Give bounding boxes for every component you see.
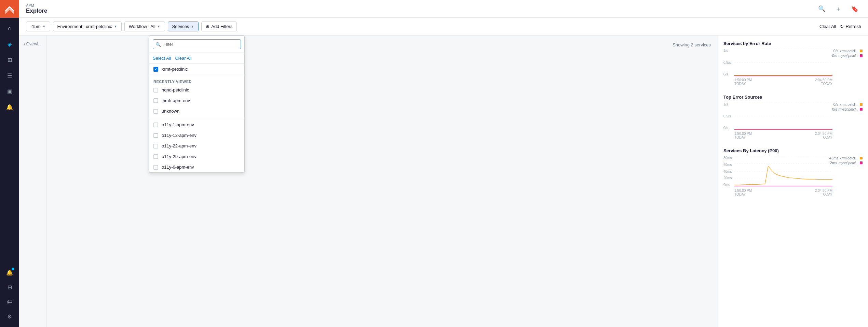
dropdown-filter-input[interactable] <box>153 39 241 49</box>
refresh-label: Refresh <box>845 24 861 29</box>
top-error-y-labels: 1/s 0.5/s 0/s <box>723 102 731 130</box>
sidebar-item-monitors[interactable]: ▣ <box>3 84 16 98</box>
dropdown-item-o11y29[interactable]: o11y-29-apm-env <box>149 151 244 162</box>
back-icon: ‹ <box>24 42 25 46</box>
clear-all-dropdown-button[interactable]: Clear All <box>175 56 191 61</box>
latency-chart-section: Services By Latency (P90) 80ms 60ms 40ms… <box>723 148 863 200</box>
dropdown-item-xrmt-label: xrmt-petclinic <box>162 67 188 72</box>
left-panel: ‹ Overvi... <box>19 35 46 327</box>
error-rate-svg <box>734 49 832 76</box>
breadcrumb: APM Explore <box>26 3 47 14</box>
legend-item-xrmt-te: 0/s xrmt-petcli... <box>825 102 863 106</box>
latency-x-labels: 1:50:00 PMTODAY 2:04:50 PMTODAY <box>734 189 832 196</box>
legend-dot-mysql-te <box>860 108 863 111</box>
latency-chart-wrapper: 80ms 60ms 40ms 20ms 0ms <box>723 156 863 200</box>
sidebar: ⌂ ◈ ⊞ ☰ ▣ 🔔 🔔 ⊟ 🏷 ⚙ <box>0 0 19 327</box>
checkbox-o11y12 <box>153 133 158 138</box>
legend-item-mysql-er: 0/s mysql:petcl... <box>825 54 863 58</box>
page-title: Explore <box>26 8 47 14</box>
dropdown-divider-2 <box>149 118 244 118</box>
error-rate-chart-wrapper: 1/s 0.5/s 0/s 0/s xrmt-pet <box>723 49 863 86</box>
legend-item-xrmt-er: 0/s xrmt-petcli... <box>825 49 863 53</box>
dropdown-item-o11y6-label: o11y-6-apm-env <box>162 165 194 170</box>
dropdown-item-jhmh-label: jhmh-apm-env <box>162 98 190 103</box>
dropdown-actions: Select All Clear All <box>149 53 244 64</box>
sidebar-item-logs[interactable]: ☰ <box>3 69 16 82</box>
latency-y-labels: 80ms 60ms 40ms 20ms 0ms <box>723 156 732 187</box>
error-rate-chart-section: Services by Error Rate 1/s 0.5/s 0/s <box>723 41 863 86</box>
top-error-chart-wrapper: 1/s 0.5/s 0/s 0/s xrmt-pet <box>723 102 863 140</box>
dropdown-item-o11y6[interactable]: o11y-6-apm-env <box>149 162 244 172</box>
dropdown-item-unknown[interactable]: unknown <box>149 106 244 116</box>
environment-filter-arrow: ▼ <box>114 25 117 28</box>
sidebar-item-infrastructure[interactable]: ⊞ <box>3 53 16 67</box>
legend-dot-xrmt-lat <box>860 157 863 159</box>
dropdown-item-o11y12[interactable]: o11y-12-apm-env <box>149 130 244 141</box>
add-filters-button[interactable]: ⊕ Add Filters <box>201 22 237 31</box>
dropdown-item-o11y1[interactable]: o11y-1-apm-env <box>149 119 244 130</box>
splunk-logo[interactable] <box>0 0 19 18</box>
add-button[interactable]: ＋ <box>832 3 844 14</box>
time-filter-arrow: ▼ <box>42 25 46 28</box>
refresh-button[interactable]: ↻ Refresh <box>840 24 861 29</box>
dropdown-item-unknown-label: unknown <box>162 109 179 114</box>
bookmark-button[interactable]: 🔖 <box>848 4 861 14</box>
add-filters-icon: ⊕ <box>206 24 209 29</box>
sidebar-item-apm[interactable]: ◈ <box>3 37 16 51</box>
error-rate-legend: 0/s xrmt-petcli... 0/s mysql:petcl... <box>825 49 863 58</box>
services-filter-label: Services <box>172 24 189 29</box>
overview-label: Overvi... <box>26 42 42 46</box>
top-error-chart-section: Top Error Sources 1/s 0.5/s 0/s <box>723 95 863 140</box>
latency-svg <box>734 156 832 187</box>
legend-dot-xrmt-er <box>860 49 863 52</box>
legend-item-mysql-te: 0/s mysql:petcl... <box>825 107 863 111</box>
dropdown-item-hqnd-label: hqnd-petclinic <box>162 87 189 93</box>
dropdown-item-hqnd[interactable]: hqnd-petclinic <box>149 85 244 95</box>
legend-dot-mysql-er <box>860 54 863 57</box>
clear-all-button[interactable]: Clear All <box>819 24 836 29</box>
dropdown-item-o11y12-label: o11y-12-apm-env <box>162 133 196 138</box>
sidebar-item-notifications[interactable]: 🔔 <box>3 266 16 279</box>
dropdown-item-o11y29-label: o11y-29-apm-env <box>162 154 196 159</box>
environment-filter[interactable]: Environment : xrmt-petclinic ▼ <box>53 22 122 31</box>
checkbox-o11y22 <box>153 144 158 148</box>
add-filters-label: Add Filters <box>211 24 232 29</box>
sidebar-item-dashboards[interactable]: ⊟ <box>3 280 16 294</box>
checkbox-o11y6 <box>153 165 158 170</box>
environment-filter-label: Environment : xrmt-petclinic <box>57 24 112 29</box>
legend-dot-xrmt-te <box>860 103 863 106</box>
sidebar-item-settings[interactable]: ⚙ <box>3 310 16 323</box>
checkbox-xrmt <box>153 67 158 72</box>
dropdown-item-jhmh[interactable]: jhmh-apm-env <box>149 95 244 106</box>
dropdown-item-o11y22-label: o11y-22-apm-env <box>162 143 196 148</box>
dropdown-item-o11y22[interactable]: o11y-22-apm-env <box>149 141 244 151</box>
latency-chart-title: Services By Latency (P90) <box>723 148 863 153</box>
overview-button[interactable]: ‹ Overvi... <box>21 40 44 48</box>
header-actions: 🔍 ＋ 🔖 <box>815 3 861 14</box>
sidebar-item-tags[interactable]: 🏷 <box>3 295 16 309</box>
top-error-svg <box>734 102 832 130</box>
top-error-chart-title: Top Error Sources <box>723 95 863 100</box>
dropdown-item-o11y1-label: o11y-1-apm-env <box>162 122 194 127</box>
refresh-icon: ↻ <box>840 24 844 29</box>
main-content: APM Explore 🔍 ＋ 🔖 -15m ▼ Environment : x… <box>19 0 868 327</box>
checkbox-hqnd <box>153 88 158 93</box>
services-dropdown: 🔍 Select All Clear All xrmt-petclinic Re… <box>149 35 245 173</box>
app-name: APM <box>26 3 47 8</box>
services-filter[interactable]: Services ▼ <box>168 22 199 31</box>
workflow-filter[interactable]: Workflow : All ▼ <box>124 22 165 31</box>
error-rate-chart-title: Services by Error Rate <box>723 41 863 46</box>
time-filter[interactable]: -15m ▼ <box>26 22 50 31</box>
legend-item-mysql-lat: 2ms mysql:petcl... <box>825 161 863 165</box>
sidebar-item-alerts[interactable]: 🔔 <box>3 100 16 114</box>
recently-viewed-label: Recently Viewed <box>149 77 244 85</box>
checkbox-o11y29 <box>153 154 158 159</box>
services-filter-arrow: ▼ <box>191 25 194 28</box>
dropdown-item-xrmt[interactable]: xrmt-petclinic <box>149 64 244 74</box>
search-button[interactable]: 🔍 <box>815 4 828 14</box>
checkbox-unknown <box>153 109 158 114</box>
error-rate-y-labels: 1/s 0.5/s 0/s <box>723 49 731 76</box>
select-all-button[interactable]: Select All <box>153 56 171 61</box>
content-area: ‹ Overvi... Showing 2 services Services … <box>19 35 868 327</box>
sidebar-item-home[interactable]: ⌂ <box>3 22 16 35</box>
